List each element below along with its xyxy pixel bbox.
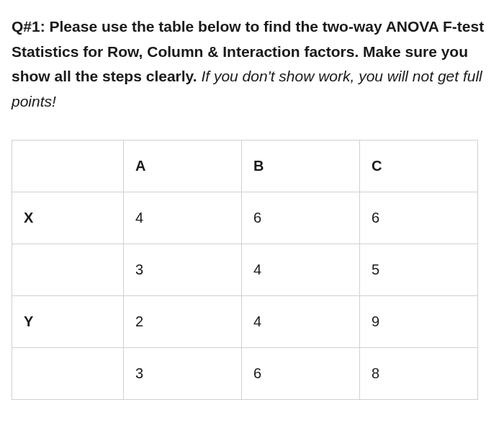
cell: 6 <box>242 192 360 244</box>
table-row: Y 2 4 9 <box>12 295 478 347</box>
question-text: Q#1: Please use the table below to find … <box>12 14 492 115</box>
data-table: A B C X 4 6 6 3 4 5 Y 2 4 9 3 6 8 <box>12 140 478 400</box>
table-row: 3 4 5 <box>12 244 478 295</box>
table-header-row: A B C <box>12 140 478 192</box>
table-row: 3 6 8 <box>12 347 478 399</box>
row-label <box>12 244 124 295</box>
cell: 3 <box>124 347 242 399</box>
cell: 4 <box>242 295 360 347</box>
header-cell-blank <box>12 140 124 192</box>
table-row: X 4 6 6 <box>12 192 478 244</box>
cell: 6 <box>360 192 478 244</box>
cell: 5 <box>360 244 478 295</box>
header-cell-a: A <box>124 140 242 192</box>
cell: 6 <box>242 347 360 399</box>
header-cell-b: B <box>242 140 360 192</box>
cell: 4 <box>242 244 360 295</box>
cell: 8 <box>360 347 478 399</box>
row-label <box>12 347 124 399</box>
cell: 9 <box>360 295 478 347</box>
cell: 3 <box>124 244 242 295</box>
row-label: X <box>12 192 124 244</box>
header-cell-c: C <box>360 140 478 192</box>
cell: 4 <box>124 192 242 244</box>
cell: 2 <box>124 295 242 347</box>
row-label: Y <box>12 295 124 347</box>
